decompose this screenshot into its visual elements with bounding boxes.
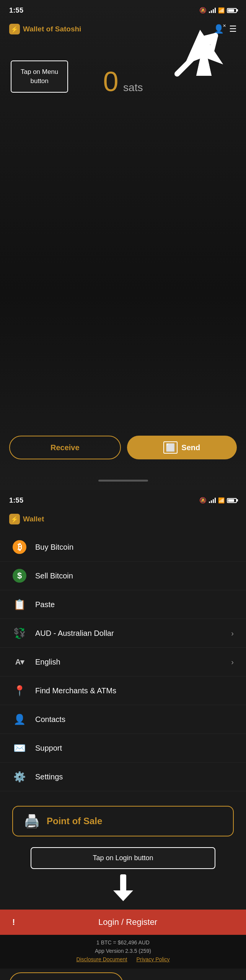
brand-name: Wallet of Satoshi bbox=[23, 25, 81, 33]
bell-icon: 🔕 bbox=[199, 7, 207, 14]
screen2-status-icons: 🔕 📶 bbox=[199, 497, 237, 504]
down-arrow-wrap bbox=[0, 873, 246, 903]
menu-item-language[interactable]: A▾ English › bbox=[0, 648, 246, 676]
screen2-top-nav: ⚡ Wallet bbox=[0, 509, 246, 529]
battery-icon bbox=[227, 8, 237, 13]
login-register-label: Login / Register bbox=[22, 917, 234, 927]
brand-logo: ⚡ Wallet of Satoshi bbox=[9, 24, 81, 34]
menu-item-contacts[interactable]: 👤 Contacts bbox=[0, 705, 246, 734]
screen2-bell-icon: 🔕 bbox=[199, 497, 207, 504]
menu-item-merchants[interactable]: 📍 Find Merchants & ATMs bbox=[0, 676, 246, 705]
arrow-annotation bbox=[169, 26, 231, 80]
scan-icon: ⬜ bbox=[163, 441, 178, 454]
menu-list: ₿ Buy Bitcoin $ Sell Bitcoin 📋 Paste 💱 A… bbox=[0, 529, 246, 795]
pos-label: Point of Sale bbox=[47, 816, 102, 826]
signal-icon bbox=[209, 8, 216, 13]
home-indicator bbox=[98, 480, 148, 482]
currency-chevron-icon: › bbox=[231, 629, 234, 638]
screen2-battery-icon bbox=[227, 498, 237, 503]
screen2-brand: ⚡ Wallet bbox=[9, 514, 44, 524]
contacts-icon: 👤 bbox=[13, 714, 26, 725]
arrow-svg bbox=[169, 26, 231, 80]
merchants-label: Find Merchants & ATMs bbox=[35, 686, 234, 695]
screen2-wifi-icon: 📶 bbox=[218, 497, 225, 503]
menu-item-buy-bitcoin[interactable]: ₿ Buy Bitcoin bbox=[0, 533, 246, 562]
screen2-status-time: 1:55 bbox=[9, 497, 23, 505]
currency-label: AUD - Australian Dollar bbox=[35, 629, 223, 638]
footer-links: Disclosure Document Privacy Policy bbox=[9, 956, 237, 962]
contacts-icon-wrap: 👤 bbox=[12, 712, 27, 727]
menu-item-support[interactable]: ✉️ Support bbox=[0, 734, 246, 763]
send-button[interactable]: ⬜ Send bbox=[127, 436, 237, 459]
sell-bitcoin-icon-wrap: $ bbox=[12, 568, 27, 583]
wifi-icon: 📶 bbox=[218, 7, 225, 13]
privacy-link[interactable]: Privacy Policy bbox=[136, 956, 169, 962]
tooltip-box: Tap on Menubutton bbox=[11, 60, 68, 93]
footer-section: 1 BTC = $62,496 AUD App Version 2.3.5 (2… bbox=[0, 935, 246, 969]
tooltip-text: Tap on Menubutton bbox=[21, 68, 58, 85]
pos-icon: 🖨️ bbox=[24, 813, 40, 829]
paste-icon: 📋 bbox=[13, 599, 26, 611]
screen2-signal-icon bbox=[209, 498, 216, 503]
currency-icon: 💱 bbox=[13, 627, 26, 639]
exclamation-icon: ! bbox=[12, 917, 15, 927]
receive-button[interactable]: Receive bbox=[9, 436, 121, 459]
paste-label: Paste bbox=[35, 600, 234, 609]
support-icon: ✉️ bbox=[13, 742, 26, 754]
support-icon-wrap: ✉️ bbox=[12, 741, 27, 755]
language-icon-wrap: A▾ bbox=[12, 655, 27, 669]
paste-icon-wrap: 📋 bbox=[12, 597, 27, 612]
status-time: 1:55 bbox=[9, 7, 23, 15]
settings-icon: ⚙️ bbox=[13, 771, 26, 783]
menu-item-settings[interactable]: ⚙️ Settings bbox=[0, 763, 246, 791]
screen2-receive-button[interactable]: Rec bbox=[9, 972, 123, 980]
buy-bitcoin-icon-wrap: ₿ bbox=[12, 540, 27, 554]
location-icon: 📍 bbox=[13, 685, 26, 697]
login-register-bar[interactable]: ! Login / Register bbox=[0, 910, 246, 935]
menu-item-currency[interactable]: 💱 AUD - Australian Dollar › bbox=[0, 619, 246, 648]
menu-item-paste[interactable]: 📋 Paste bbox=[0, 590, 246, 619]
login-tooltip: Tap on Login button bbox=[31, 847, 215, 869]
bottom-buttons: Receive ⬜ Send bbox=[0, 436, 246, 459]
send-label: Send bbox=[181, 443, 200, 452]
btc-rate: 1 BTC = $62,496 AUD bbox=[9, 939, 237, 946]
screen2-status-bar: 1:55 🔕 📶 bbox=[0, 490, 246, 509]
screen2-bolt-icon: ⚡ bbox=[9, 514, 20, 524]
language-label: English bbox=[35, 658, 223, 666]
disclosure-link[interactable]: Disclosure Document bbox=[76, 956, 127, 962]
screen2: 1:55 🔕 📶 ⚡ Wallet ₿ Buy Bitcoin bbox=[0, 490, 246, 980]
language-chevron-icon: › bbox=[231, 658, 234, 666]
merchants-icon-wrap: 📍 bbox=[12, 683, 27, 698]
login-tooltip-text: Tap on Login button bbox=[93, 854, 153, 862]
buy-bitcoin-label: Buy Bitcoin bbox=[35, 543, 234, 552]
currency-icon-wrap: 💱 bbox=[12, 626, 27, 640]
screen2-bottom-bar: Rec bbox=[0, 969, 246, 980]
status-icons: 🔕 📶 bbox=[199, 7, 237, 14]
language-icon: A▾ bbox=[15, 657, 24, 666]
balance-amount: 0 bbox=[103, 66, 118, 97]
down-arrow-icon bbox=[112, 873, 135, 903]
bolt-icon: ⚡ bbox=[9, 24, 20, 34]
balance-unit: sats bbox=[123, 82, 143, 93]
status-bar: 1:55 🔕 📶 bbox=[0, 0, 246, 19]
contacts-label: Contacts bbox=[35, 715, 234, 724]
pos-button[interactable]: 🖨️ Point of Sale bbox=[12, 806, 234, 836]
bitcoin-icon: ₿ bbox=[13, 540, 26, 554]
dollar-icon: $ bbox=[13, 569, 26, 583]
settings-icon-wrap: ⚙️ bbox=[12, 769, 27, 784]
svg-marker-3 bbox=[113, 890, 133, 901]
sell-bitcoin-label: Sell Bitcoin bbox=[35, 572, 234, 580]
screen2-brand-name: Wallet bbox=[23, 515, 44, 523]
svg-rect-2 bbox=[120, 874, 126, 891]
menu-item-sell-bitcoin[interactable]: $ Sell Bitcoin bbox=[0, 562, 246, 590]
support-label: Support bbox=[35, 744, 234, 753]
app-version: App Version 2.3.5 (259) bbox=[9, 948, 237, 954]
screen1: 1:55 🔕 📶 ⚡ Wallet of Satoshi 👤 ✕ ☰ bbox=[0, 0, 246, 490]
settings-label: Settings bbox=[35, 773, 234, 781]
